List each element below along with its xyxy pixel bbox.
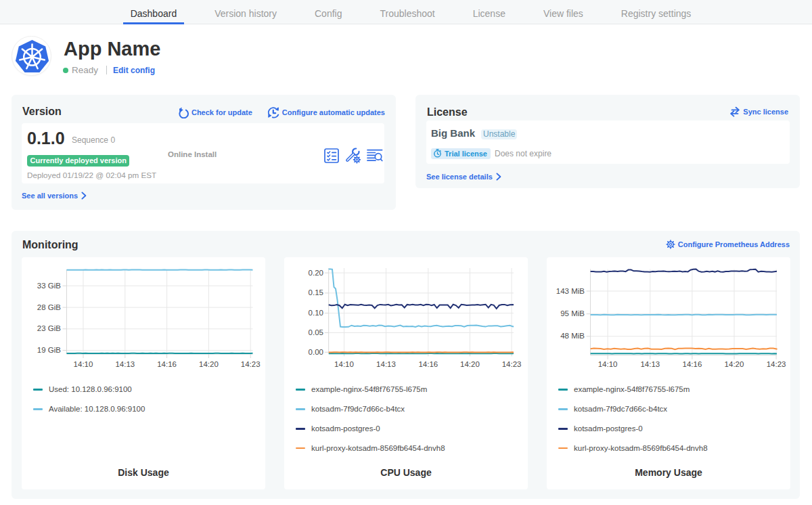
svg-text:14:16: 14:16 [418,360,438,368]
svg-text:0.05: 0.05 [309,328,323,336]
svg-text:0.10: 0.10 [309,309,323,317]
svg-text:143 MiB: 143 MiB [556,287,585,295]
svg-text:23 GiB: 23 GiB [37,324,61,332]
svg-text:14:10: 14:10 [334,360,354,368]
svg-text:14:16: 14:16 [683,360,702,368]
svg-text:14:20: 14:20 [199,360,219,368]
svg-text:28 GiB: 28 GiB [37,303,61,311]
svg-text:0.00: 0.00 [309,348,323,356]
svg-text:95 MiB: 95 MiB [560,309,585,317]
svg-text:0.20: 0.20 [309,269,323,277]
svg-text:33 GiB: 33 GiB [37,282,61,290]
svg-text:14:23: 14:23 [502,360,522,368]
svg-text:14:23: 14:23 [767,360,786,368]
svg-text:19 GiB: 19 GiB [37,346,61,354]
svg-text:0.15: 0.15 [309,288,323,297]
svg-text:14:23: 14:23 [241,360,261,368]
svg-text:14:13: 14:13 [115,360,135,368]
svg-text:14:13: 14:13 [376,360,396,368]
svg-text:14:16: 14:16 [157,360,177,368]
svg-text:14:20: 14:20 [460,360,480,368]
svg-text:48 MiB: 48 MiB [560,332,585,340]
svg-text:14:10: 14:10 [598,360,618,368]
svg-text:14:10: 14:10 [74,360,93,368]
svg-text:14:20: 14:20 [725,360,744,368]
svg-text:14:13: 14:13 [640,360,660,368]
